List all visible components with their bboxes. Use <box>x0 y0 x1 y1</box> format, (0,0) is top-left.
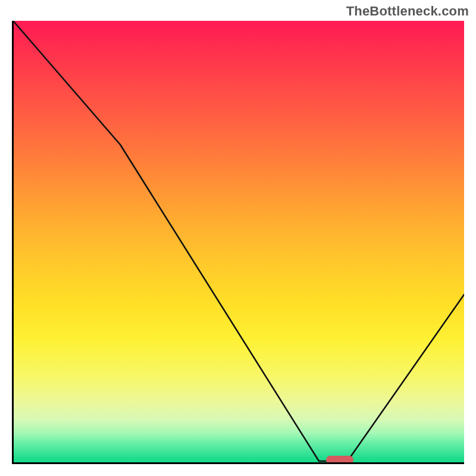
minimum-marker <box>326 456 353 464</box>
plot-area <box>12 21 464 464</box>
watermark-label: TheBottleneck.com <box>346 4 469 19</box>
curve-path <box>13 21 464 461</box>
bottleneck-curve <box>12 21 464 464</box>
chart-container: TheBottleneck.com <box>0 0 476 476</box>
